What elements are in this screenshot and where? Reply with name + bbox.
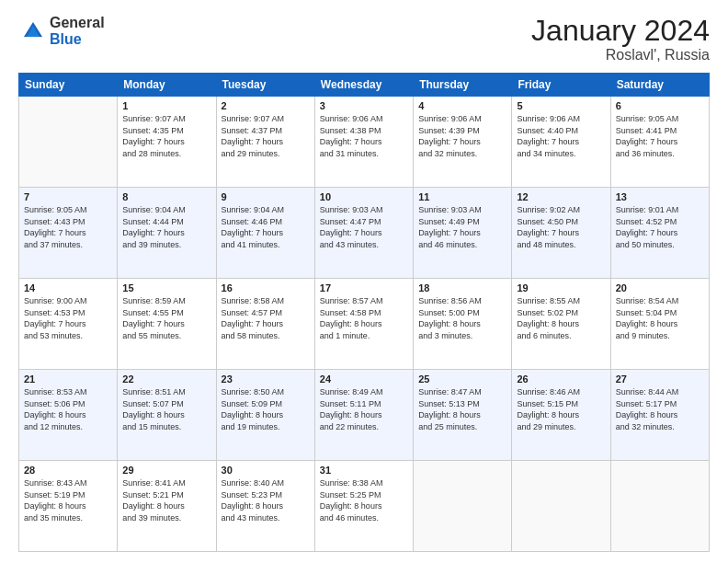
location: Roslavl', Russia [531, 47, 710, 63]
day-info: Sunrise: 8:47 AMSunset: 5:13 PMDaylight:… [418, 386, 506, 432]
day-number: 24 [320, 373, 408, 385]
calendar-week-1: 1Sunrise: 9:07 AMSunset: 4:35 PMDaylight… [19, 97, 710, 188]
calendar-cell: 13Sunrise: 9:01 AMSunset: 4:52 PMDayligh… [610, 188, 709, 279]
calendar-body: 1Sunrise: 9:07 AMSunset: 4:35 PMDaylight… [19, 97, 710, 552]
header: General Blue January 2024 Roslavl', Russ… [18, 15, 710, 63]
day-number: 12 [517, 191, 605, 202]
calendar-cell: 25Sunrise: 8:47 AMSunset: 5:13 PMDayligh… [414, 370, 512, 461]
calendar-cell: 8Sunrise: 9:04 AMSunset: 4:44 PMDaylight… [118, 188, 216, 279]
calendar-cell: 29Sunrise: 8:41 AMSunset: 5:21 PMDayligh… [118, 461, 216, 552]
day-info: Sunrise: 8:56 AMSunset: 5:00 PMDaylight:… [418, 295, 506, 341]
day-info: Sunrise: 8:53 AMSunset: 5:06 PMDaylight:… [24, 386, 112, 432]
day-info: Sunrise: 8:59 AMSunset: 4:55 PMDaylight:… [122, 295, 210, 341]
calendar: SundayMondayTuesdayWednesdayThursdayFrid… [18, 73, 710, 552]
calendar-cell: 4Sunrise: 9:06 AMSunset: 4:39 PMDaylight… [414, 97, 512, 188]
day-info: Sunrise: 8:44 AMSunset: 5:17 PMDaylight:… [616, 386, 704, 432]
logo-text: General Blue [50, 15, 105, 47]
day-info: Sunrise: 9:02 AMSunset: 4:50 PMDaylight:… [517, 204, 605, 250]
calendar-cell [610, 461, 709, 552]
day-info: Sunrise: 9:05 AMSunset: 4:43 PMDaylight:… [24, 204, 112, 250]
calendar-cell: 11Sunrise: 9:03 AMSunset: 4:49 PMDayligh… [414, 188, 512, 279]
day-number: 3 [320, 100, 408, 111]
day-info: Sunrise: 9:03 AMSunset: 4:47 PMDaylight:… [320, 204, 408, 250]
day-info: Sunrise: 8:50 AMSunset: 5:09 PMDaylight:… [222, 386, 310, 432]
calendar-cell: 24Sunrise: 8:49 AMSunset: 5:11 PMDayligh… [314, 370, 413, 461]
day-number: 15 [122, 282, 210, 293]
day-number: 16 [222, 282, 310, 293]
day-info: Sunrise: 8:41 AMSunset: 5:21 PMDaylight:… [122, 477, 210, 523]
day-number: 26 [517, 373, 605, 385]
calendar-cell: 15Sunrise: 8:59 AMSunset: 4:55 PMDayligh… [118, 279, 216, 370]
day-number: 21 [24, 373, 112, 385]
day-info: Sunrise: 8:55 AMSunset: 5:02 PMDaylight:… [517, 295, 605, 341]
day-header-tuesday: Tuesday [216, 74, 314, 97]
calendar-cell [512, 461, 610, 552]
day-number: 31 [320, 465, 408, 476]
calendar-cell: 21Sunrise: 8:53 AMSunset: 5:06 PMDayligh… [19, 370, 118, 461]
calendar-cell: 31Sunrise: 8:38 AMSunset: 5:25 PMDayligh… [314, 461, 413, 552]
calendar-cell: 5Sunrise: 9:06 AMSunset: 4:40 PMDaylight… [512, 97, 610, 188]
logo: General Blue [18, 15, 105, 47]
day-info: Sunrise: 9:06 AMSunset: 4:39 PMDaylight:… [418, 113, 506, 159]
day-number: 5 [517, 100, 605, 111]
day-info: Sunrise: 8:49 AMSunset: 5:11 PMDaylight:… [320, 386, 408, 432]
day-number: 18 [418, 282, 506, 293]
day-info: Sunrise: 9:04 AMSunset: 4:46 PMDaylight:… [222, 204, 310, 250]
day-number: 27 [616, 373, 704, 385]
day-info: Sunrise: 8:38 AMSunset: 5:25 PMDaylight:… [320, 477, 408, 523]
calendar-cell: 17Sunrise: 8:57 AMSunset: 4:58 PMDayligh… [314, 279, 413, 370]
day-number: 22 [122, 373, 210, 385]
day-header-thursday: Thursday [414, 74, 512, 97]
day-header-sunday: Sunday [19, 74, 118, 97]
day-info: Sunrise: 9:07 AMSunset: 4:35 PMDaylight:… [122, 113, 210, 159]
calendar-week-3: 14Sunrise: 9:00 AMSunset: 4:53 PMDayligh… [19, 279, 710, 370]
day-info: Sunrise: 9:00 AMSunset: 4:53 PMDaylight:… [24, 295, 112, 341]
calendar-cell: 23Sunrise: 8:50 AMSunset: 5:09 PMDayligh… [216, 370, 314, 461]
calendar-cell: 20Sunrise: 8:54 AMSunset: 5:04 PMDayligh… [610, 279, 709, 370]
day-number: 9 [222, 191, 310, 202]
day-number: 10 [320, 191, 408, 202]
day-info: Sunrise: 9:03 AMSunset: 4:49 PMDaylight:… [418, 204, 506, 250]
logo-blue: Blue [50, 31, 105, 48]
calendar-cell: 16Sunrise: 8:58 AMSunset: 4:57 PMDayligh… [216, 279, 314, 370]
calendar-cell: 3Sunrise: 9:06 AMSunset: 4:38 PMDaylight… [314, 97, 413, 188]
calendar-week-2: 7Sunrise: 9:05 AMSunset: 4:43 PMDaylight… [19, 188, 710, 279]
day-header-saturday: Saturday [610, 74, 709, 97]
page: General Blue January 2024 Roslavl', Russ… [0, 0, 728, 563]
day-info: Sunrise: 8:43 AMSunset: 5:19 PMDaylight:… [24, 477, 112, 523]
calendar-cell: 14Sunrise: 9:00 AMSunset: 4:53 PMDayligh… [19, 279, 118, 370]
calendar-cell: 27Sunrise: 8:44 AMSunset: 5:17 PMDayligh… [610, 370, 709, 461]
day-info: Sunrise: 8:57 AMSunset: 4:58 PMDaylight:… [320, 295, 408, 341]
day-number: 29 [122, 465, 210, 476]
day-number: 6 [616, 100, 704, 111]
day-number: 11 [418, 191, 506, 202]
calendar-cell: 19Sunrise: 8:55 AMSunset: 5:02 PMDayligh… [512, 279, 610, 370]
calendar-cell: 12Sunrise: 9:02 AMSunset: 4:50 PMDayligh… [512, 188, 610, 279]
day-number: 28 [24, 465, 112, 476]
day-info: Sunrise: 9:01 AMSunset: 4:52 PMDaylight:… [616, 204, 704, 250]
day-info: Sunrise: 9:04 AMSunset: 4:44 PMDaylight:… [122, 204, 210, 250]
day-info: Sunrise: 9:06 AMSunset: 4:40 PMDaylight:… [517, 113, 605, 159]
day-header-row: SundayMondayTuesdayWednesdayThursdayFrid… [19, 74, 710, 97]
day-info: Sunrise: 8:58 AMSunset: 4:57 PMDaylight:… [222, 295, 310, 341]
day-info: Sunrise: 9:07 AMSunset: 4:37 PMDaylight:… [222, 113, 310, 159]
calendar-cell: 2Sunrise: 9:07 AMSunset: 4:37 PMDaylight… [216, 97, 314, 188]
calendar-cell: 28Sunrise: 8:43 AMSunset: 5:19 PMDayligh… [19, 461, 118, 552]
calendar-cell [414, 461, 512, 552]
day-number: 1 [122, 100, 210, 111]
calendar-cell: 7Sunrise: 9:05 AMSunset: 4:43 PMDaylight… [19, 188, 118, 279]
day-info: Sunrise: 8:46 AMSunset: 5:15 PMDaylight:… [517, 386, 605, 432]
calendar-week-5: 28Sunrise: 8:43 AMSunset: 5:19 PMDayligh… [19, 461, 710, 552]
calendar-cell: 10Sunrise: 9:03 AMSunset: 4:47 PMDayligh… [314, 188, 413, 279]
calendar-cell: 26Sunrise: 8:46 AMSunset: 5:15 PMDayligh… [512, 370, 610, 461]
day-number: 4 [418, 100, 506, 111]
day-number: 23 [222, 373, 310, 385]
calendar-cell: 18Sunrise: 8:56 AMSunset: 5:00 PMDayligh… [414, 279, 512, 370]
day-number: 13 [616, 191, 704, 202]
calendar-cell: 6Sunrise: 9:05 AMSunset: 4:41 PMDaylight… [610, 97, 709, 188]
day-number: 2 [222, 100, 310, 111]
calendar-cell [19, 97, 118, 188]
day-number: 25 [418, 373, 506, 385]
day-header-friday: Friday [512, 74, 610, 97]
day-info: Sunrise: 9:05 AMSunset: 4:41 PMDaylight:… [616, 113, 704, 159]
